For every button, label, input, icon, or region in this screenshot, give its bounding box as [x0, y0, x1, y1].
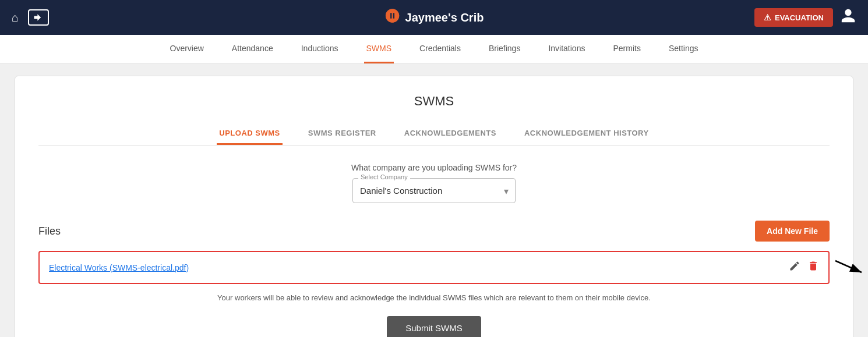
submit-section: Submit SWMS [38, 316, 830, 337]
user-icon[interactable] [840, 8, 856, 27]
submit-button[interactable]: Submit SWMS [387, 316, 481, 337]
tab-acknowledgements[interactable]: ACKNOWLEDGEMENTS [402, 123, 499, 145]
annotation-arrow [830, 255, 868, 281]
file-row-wrapper: Electrical Works (SWMS-electrical.pdf) [38, 251, 830, 284]
files-title: Files [38, 225, 61, 237]
nav-attendance[interactable]: Attendance [230, 35, 276, 63]
top-bar-left: ⌂ [12, 9, 49, 26]
delete-icon[interactable] [807, 260, 819, 275]
files-section: Files Add New File Electrical Works (SWM… [38, 221, 830, 337]
main-container: SWMS UPLOAD SWMS SWMS REGISTER ACKNOWLED… [0, 64, 868, 337]
tab-swms-register[interactable]: SWMS REGISTER [306, 123, 379, 145]
company-select-label: Select Company [358, 173, 410, 180]
nav-settings[interactable]: Settings [666, 35, 701, 63]
file-row: Electrical Works (SWMS-electrical.pdf) [38, 251, 830, 284]
logout-icon[interactable] [28, 9, 49, 26]
nav-credentials[interactable]: Credentials [417, 35, 463, 63]
add-new-file-button[interactable]: Add New File [755, 221, 830, 242]
top-bar-right: ⚠ EVACUATION [754, 8, 856, 27]
home-icon[interactable]: ⌂ [12, 11, 19, 24]
svg-line-0 [835, 261, 862, 272]
page-title: SWMS [38, 94, 830, 109]
brand-logo: Jaymee's Crib [384, 8, 484, 27]
brand-icon [384, 8, 401, 27]
nav-briefings[interactable]: Briefings [486, 35, 523, 63]
file-actions [789, 260, 819, 275]
content-card: SWMS UPLOAD SWMS SWMS REGISTER ACKNOWLED… [15, 76, 853, 337]
file-link[interactable]: Electrical Works (SWMS-electrical.pdf) [49, 263, 189, 272]
files-header: Files Add New File [38, 221, 830, 242]
tab-upload-swms[interactable]: UPLOAD SWMS [217, 123, 282, 145]
secondary-nav: Overview Attendance Inductions SWMS Cred… [0, 35, 868, 64]
nav-swms[interactable]: SWMS [364, 35, 394, 63]
company-select[interactable]: Daniel's Construction [352, 178, 516, 203]
warning-icon: ⚠ [764, 13, 771, 22]
sub-tabs: UPLOAD SWMS SWMS REGISTER ACKNOWLEDGEMEN… [38, 123, 830, 146]
nav-invitations[interactable]: Invitations [546, 35, 587, 63]
info-text: Your workers will be able to review and … [38, 293, 830, 302]
evacuation-button[interactable]: ⚠ EVACUATION [754, 8, 833, 27]
company-section: What company are you uploading SWMS for?… [38, 163, 830, 203]
company-select-wrapper: Select Company Daniel's Construction ▾ [352, 178, 516, 203]
top-bar: ⌂ Jaymee's Crib ⚠ EVACUATION [0, 0, 868, 35]
evacuation-label: EVACUATION [775, 13, 824, 22]
nav-inductions[interactable]: Inductions [299, 35, 341, 63]
edit-icon[interactable] [789, 260, 800, 275]
tab-acknowledgement-history[interactable]: ACKNOWLEDGEMENT HISTORY [522, 123, 651, 145]
nav-overview[interactable]: Overview [168, 35, 206, 63]
company-question: What company are you uploading SWMS for? [38, 163, 830, 172]
nav-permits[interactable]: Permits [611, 35, 643, 63]
brand-name: Jaymee's Crib [405, 11, 484, 24]
